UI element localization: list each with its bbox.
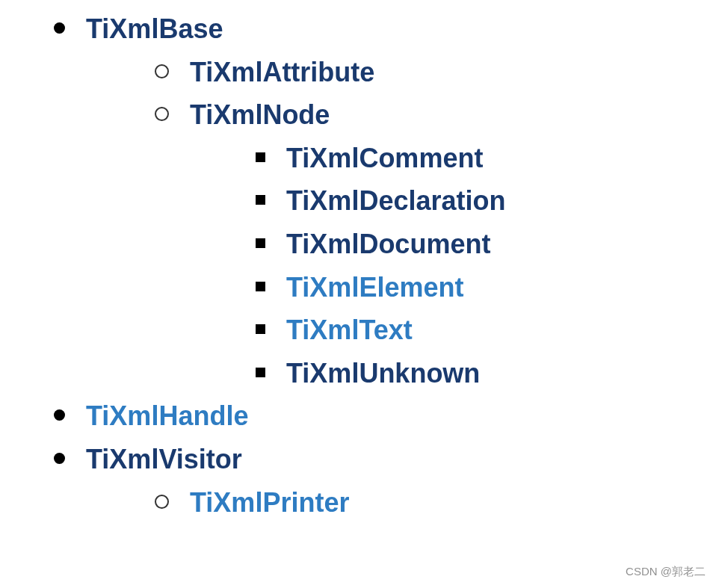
list-item: TiXmlComment <box>155 137 701 180</box>
list-item: TiXmlHandle <box>15 394 701 438</box>
list-item: TiXmlDeclaration <box>155 179 701 223</box>
class-hierarchy-list: TiXmlBase TiXmlAttribute TiXmlNode TiXml… <box>15 7 701 524</box>
class-link-tixmlunknown[interactable]: TiXmlUnknown <box>286 358 480 389</box>
list-item: TiXmlElement <box>155 266 701 309</box>
class-link-tixmlbase[interactable]: TiXmlBase <box>86 13 223 44</box>
class-link-tixmlvisitor[interactable]: TiXmlVisitor <box>86 444 242 474</box>
list-item: TiXmlDocument <box>155 223 701 266</box>
class-link-tixmlelement[interactable]: TiXmlElement <box>286 272 463 303</box>
sublist: TiXmlComment TiXmlDeclaration TiXmlDocum… <box>155 137 701 395</box>
class-link-tixmlprinter[interactable]: TiXmlPrinter <box>190 487 349 518</box>
class-link-tixmlnode[interactable]: TiXmlNode <box>190 99 330 130</box>
sublist: TiXmlPrinter <box>54 481 701 524</box>
list-item: TiXmlText <box>155 309 701 352</box>
list-item: TiXmlPrinter <box>54 481 701 524</box>
class-link-tixmlattribute[interactable]: TiXmlAttribute <box>190 57 374 87</box>
list-item: TiXmlVisitor TiXmlPrinter <box>15 438 701 524</box>
sublist: TiXmlAttribute TiXmlNode TiXmlComment Ti… <box>54 51 701 395</box>
class-link-tixmlcomment[interactable]: TiXmlComment <box>286 143 483 173</box>
list-item: TiXmlNode TiXmlComment TiXmlDeclaration … <box>54 93 701 394</box>
list-item: TiXmlUnknown <box>155 352 701 395</box>
class-link-tixmldocument[interactable]: TiXmlDocument <box>286 229 490 259</box>
class-link-tixmlhandle[interactable]: TiXmlHandle <box>86 400 248 431</box>
class-link-tixmltext[interactable]: TiXmlText <box>286 315 413 345</box>
watermark: CSDN @郭老二 <box>626 563 706 581</box>
list-item: TiXmlAttribute <box>54 51 701 94</box>
list-item: TiXmlBase TiXmlAttribute TiXmlNode TiXml… <box>15 7 701 394</box>
class-link-tixmldeclaration[interactable]: TiXmlDeclaration <box>286 185 505 216</box>
